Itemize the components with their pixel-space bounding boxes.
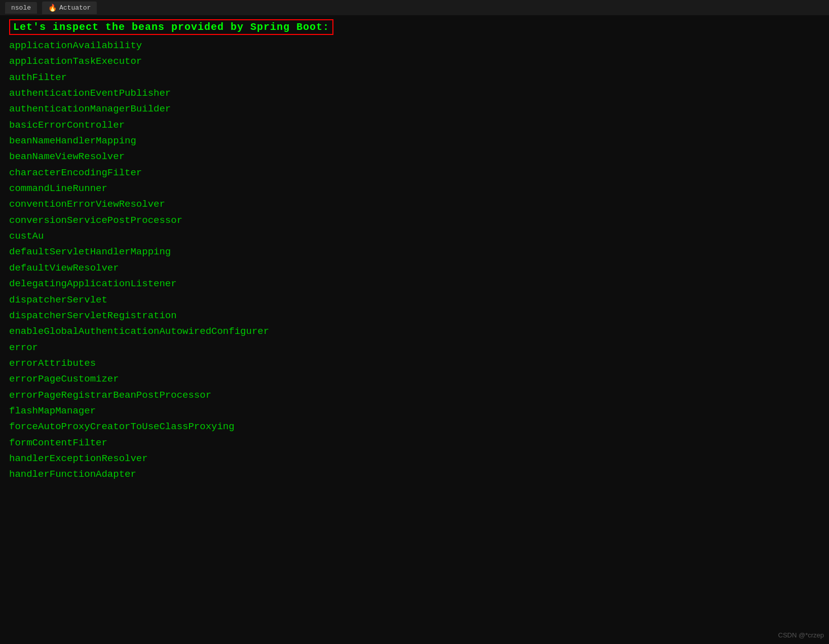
list-item: characterEncodingFilter — [9, 165, 820, 181]
list-item: errorAttributes — [9, 356, 820, 371]
actuator-icon: 🔥 — [48, 4, 57, 12]
list-item: authenticationEventPublisher — [9, 86, 820, 101]
list-item: error — [9, 340, 820, 356]
list-item: basicErrorController — [9, 118, 820, 133]
console-header-text: Let's inspect the beans provided by Spri… — [13, 21, 329, 33]
list-item: enableGlobalAuthenticationAutowiredConfi… — [9, 324, 820, 339]
list-item: authenticationManagerBuilder — [9, 101, 820, 117]
list-item: beanNameViewResolver — [9, 149, 820, 165]
list-item: delegatingApplicationListener — [9, 276, 820, 292]
list-item: commandLineRunner — [9, 181, 820, 197]
list-item: handlerExceptionResolver — [9, 451, 820, 467]
list-item: defaultServletHandlerMapping — [9, 244, 820, 260]
list-item: conversionServicePostProcessor — [9, 213, 820, 229]
header-highlight-box: Let's inspect the beans provided by Spri… — [9, 19, 333, 35]
watermark: CSDN @*crzep — [778, 631, 824, 639]
bean-list: applicationAvailabilityapplicationTaskEx… — [9, 38, 820, 483]
list-item: formContentFilter — [9, 435, 820, 451]
console-tab-label: nsole — [11, 4, 31, 12]
list-item: conventionErrorViewResolver — [9, 197, 820, 212]
list-item: beanNameHandlerMapping — [9, 133, 820, 149]
console-area: Let's inspect the beans provided by Spri… — [0, 15, 829, 644]
list-item: defaultViewResolver — [9, 260, 820, 276]
list-item: errorPageCustomizer — [9, 371, 820, 387]
list-item: custAu — [9, 229, 820, 244]
actuator-tab-label: Actuator — [59, 4, 91, 12]
list-item: handlerFunctionAdapter — [9, 467, 820, 482]
list-item: applicationTaskExecutor — [9, 54, 820, 69]
list-item: dispatcherServletRegistration — [9, 308, 820, 324]
list-item: flashMapManager — [9, 403, 820, 419]
list-item: applicationAvailability — [9, 38, 820, 54]
list-item: authFilter — [9, 70, 820, 86]
title-bar: nsole 🔥 Actuator — [0, 0, 829, 15]
list-item: errorPageRegistrarBeanPostProcessor — [9, 388, 820, 403]
list-item: forceAutoProxyCreatorToUseClassProxying — [9, 419, 820, 435]
tab-actuator[interactable]: 🔥 Actuator — [42, 2, 97, 14]
list-item: dispatcherServlet — [9, 292, 820, 308]
tab-console[interactable]: nsole — [5, 2, 37, 14]
